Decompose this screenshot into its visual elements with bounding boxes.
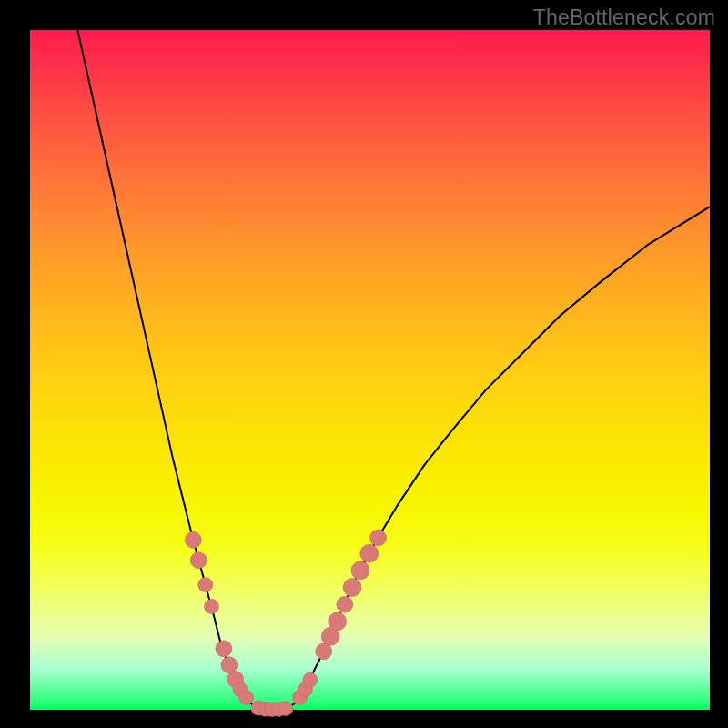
data-marker	[198, 578, 213, 592]
data-marker	[351, 561, 369, 580]
data-marker	[329, 612, 347, 631]
data-marker	[303, 672, 318, 687]
data-marker	[278, 702, 293, 716]
data-marker	[190, 552, 207, 569]
chart-frame: TheBottleneck.com	[0, 0, 728, 728]
watermark-text: TheBottleneck.com	[533, 5, 715, 30]
curve-layer	[77, 30, 710, 710]
chart-svg	[30, 30, 710, 710]
data-marker	[204, 599, 218, 613]
data-marker	[343, 579, 361, 597]
data-marker	[239, 691, 254, 705]
data-marker	[216, 641, 232, 657]
bottleneck-curve	[77, 30, 710, 710]
data-marker	[360, 544, 379, 562]
plot-area	[30, 30, 710, 710]
data-marker	[185, 531, 201, 548]
data-marker	[369, 530, 386, 546]
data-marker	[221, 657, 238, 673]
data-marker	[337, 596, 353, 612]
